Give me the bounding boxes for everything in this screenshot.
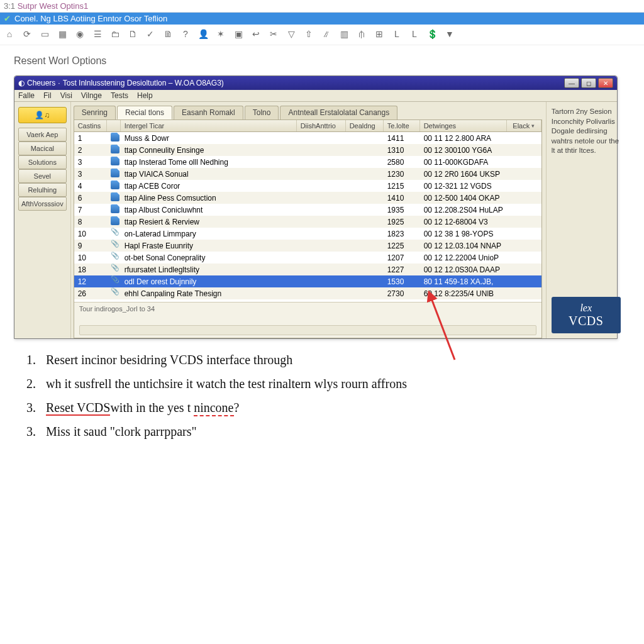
tab-0[interactable]: Senring xyxy=(74,106,116,119)
home-icon[interactable]: ⌂ xyxy=(4,28,15,40)
table-row[interactable]: 6ttap Aline Pess Comsuction141000 12-500… xyxy=(74,192,541,204)
filter-icon[interactable]: ▼ xyxy=(444,28,455,40)
globe-icon[interactable]: ✶ xyxy=(215,28,226,40)
refresh-icon[interactable]: ⟳ xyxy=(21,28,33,40)
cell-d xyxy=(297,281,346,282)
row-icon xyxy=(107,216,121,228)
antenna-icon[interactable]: ⫛ xyxy=(356,28,367,40)
L1-icon[interactable]: L xyxy=(391,28,402,40)
page-icon[interactable]: 🗎 xyxy=(162,28,174,40)
table-row[interactable]: 9Hapl Fraste Euunrity122500 12 12.03.104… xyxy=(74,240,541,252)
form-icon[interactable]: ☰ xyxy=(92,28,103,40)
top-prefix: 3:1 xyxy=(4,1,15,11)
sidebar-macical[interactable]: Macical xyxy=(18,142,67,155)
tab-4[interactable]: Antnteall Erstalolatal Canangs xyxy=(280,106,397,119)
doc-icon[interactable]: 🗋 xyxy=(127,28,138,40)
target-icon[interactable]: ◉ xyxy=(74,28,86,40)
horizontal-scrollbar[interactable] xyxy=(79,325,536,335)
app-menubar[interactable]: ✔ Conel. Ng LBS Aotiing Enntor Osor Tefl… xyxy=(0,13,644,25)
sidebar-sevel[interactable]: Sevel xyxy=(18,169,67,183)
folder-icon[interactable]: 🗀 xyxy=(109,28,121,40)
document-icon xyxy=(111,169,119,177)
cell-de xyxy=(346,221,384,223)
menu-tests[interactable]: Tests xyxy=(111,91,128,100)
cell-te: 1411 xyxy=(384,133,420,143)
tab-1[interactable]: Recial tlons xyxy=(117,106,172,119)
cell-el xyxy=(507,174,541,175)
back-icon[interactable]: ↩ xyxy=(250,28,262,40)
col-dealdng[interactable]: Dealdng xyxy=(346,120,384,131)
row-icon xyxy=(107,156,121,168)
up-icon[interactable]: ⇧ xyxy=(303,28,314,40)
sidebar-solutions[interactable]: Solutions xyxy=(18,155,67,169)
menu-fil[interactable]: Fil xyxy=(43,91,52,100)
attachment-icon xyxy=(111,288,119,297)
cell-title: ttap Aline Pess Comsuction xyxy=(121,193,297,203)
table-row[interactable]: 10on-Laterad Limmpary182300 12 38 1 98-Y… xyxy=(74,228,541,240)
col-telolte[interactable]: Te.lolte xyxy=(384,120,420,131)
minimize-button[interactable]: — xyxy=(564,78,579,88)
cell-d xyxy=(297,233,346,235)
col-intergel[interactable]: Intergel Ticar xyxy=(121,120,297,131)
menu-help[interactable]: Help xyxy=(137,91,153,100)
cell-te: 1227 xyxy=(384,265,420,275)
cell-el xyxy=(507,281,541,282)
picture-icon[interactable]: ▣ xyxy=(233,28,244,40)
cell-d xyxy=(297,138,346,139)
window-icon[interactable]: ▭ xyxy=(39,28,50,40)
cell-title: Hapl Fraste Euunrity xyxy=(121,241,297,251)
titlebar-title: Tost Inlnlusstening Desioltutlon – W.OA … xyxy=(63,79,224,87)
maximize-button[interactable]: ◻ xyxy=(581,78,596,88)
table-row[interactable]: 2ttap Conneulity Ensinge131000 12 300100… xyxy=(74,144,541,156)
cell-det: 00 12.208.2S04 HuLAP xyxy=(420,205,507,215)
grid2-icon[interactable]: ▥ xyxy=(338,28,350,40)
col-castins[interactable]: Castins xyxy=(74,120,107,131)
cell-te: 1935 xyxy=(384,205,420,215)
sidebar-vaerk aep[interactable]: Vaerk Aep xyxy=(18,128,67,142)
cell-d xyxy=(297,197,346,199)
col-elack[interactable]: Elack xyxy=(507,120,541,131)
table-icon[interactable]: ⊞ xyxy=(374,28,385,40)
cell-det: 00 12-500 1404 OKAP xyxy=(420,193,507,203)
check-icon[interactable]: ✓ xyxy=(145,28,156,40)
cell-d xyxy=(297,257,346,258)
table-row[interactable]: 7ttap Albust Conicluwhnt193500 12.208.2S… xyxy=(74,204,541,216)
cell-n: 10 xyxy=(74,229,107,239)
cell-te: 1823 xyxy=(384,229,420,239)
document-icon xyxy=(111,216,119,225)
menu-falle[interactable]: Falle xyxy=(18,91,35,100)
L2-icon[interactable]: L xyxy=(409,28,420,40)
sidebar-afthvorsssiov[interactable]: AfthVorsssiov xyxy=(18,197,67,211)
table-row[interactable]: 12odl Der orest Dujnnily153080 11 459-18… xyxy=(74,275,541,287)
table-row[interactable]: 10ot-bet Sonal Coneprality120700 12 12.2… xyxy=(74,252,541,264)
close-button[interactable]: ✕ xyxy=(598,78,613,88)
window-titlebar[interactable]: ◐ Cheuers · Tost Inlnlusstening Desioltu… xyxy=(14,76,617,90)
table-row[interactable]: 3ttap Insterad Tome olll Nedhing258000 1… xyxy=(74,156,541,168)
col-icon[interactable] xyxy=(107,120,121,131)
col-diishanttrio[interactable]: DiishAnttrio xyxy=(297,120,346,131)
table-row[interactable]: 3ttap VIAlCA Sonual123000 12 2R0 1604 UK… xyxy=(74,168,541,180)
money-icon[interactable]: 💲 xyxy=(426,28,438,40)
table-row[interactable]: 18rfuursatet Lindlegltslity122700 12 12.… xyxy=(74,264,541,275)
grid-icon[interactable]: ▦ xyxy=(57,28,68,40)
top-title: Sutpr West Optins1 xyxy=(18,1,88,11)
sidebar-relulhing[interactable]: Relulhing xyxy=(18,183,67,197)
table-row[interactable]: 4ttap ACEB Coror121500 12-321 12 VGDS xyxy=(74,180,541,192)
sidebar-icon-button[interactable]: 👤♫ xyxy=(18,107,67,123)
tab-3[interactable]: Tolno xyxy=(245,106,279,119)
cell-te: 1530 xyxy=(384,277,420,287)
table-row[interactable]: 1Muss & Dowr141100 11 12 2.800 ARA xyxy=(74,132,541,144)
cell-el xyxy=(507,221,541,223)
pin-icon[interactable]: ▽ xyxy=(286,28,297,40)
menu-vilnge[interactable]: Vilnge xyxy=(81,91,102,100)
user-icon[interactable]: 👤 xyxy=(197,28,209,40)
table-row[interactable]: 26ehhl Canpaling Rate Thesign273060 12 8… xyxy=(74,287,541,299)
scissors-icon[interactable]: ✂ xyxy=(268,28,279,40)
chart-icon[interactable]: ⫽ xyxy=(321,28,332,40)
menu-visi[interactable]: Visi xyxy=(60,91,72,100)
question-icon[interactable]: ? xyxy=(180,28,191,40)
table-row[interactable]: 8ttap Resiert & Rerview192500 12 12-6800… xyxy=(74,216,541,228)
grid-body[interactable]: 1Muss & Dowr141100 11 12 2.800 ARA2ttap … xyxy=(74,132,541,302)
tab-2[interactable]: Easanh Romakl xyxy=(174,106,243,119)
col-detwinges[interactable]: Detwinges xyxy=(420,120,507,131)
